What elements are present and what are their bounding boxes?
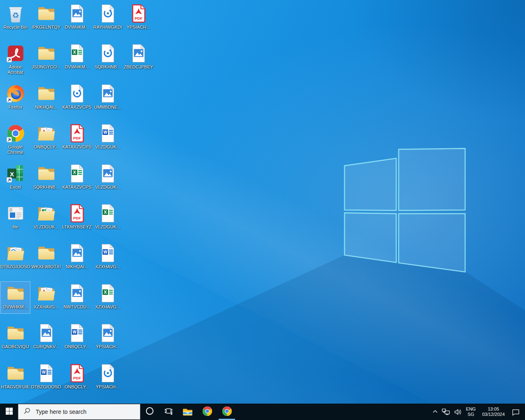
app-google-chrome[interactable]: Google Chrome xyxy=(0,121,30,155)
pdf-file-icon: PDF xyxy=(129,4,148,23)
folder-xzxhavg-full[interactable]: XZXHAVG... xyxy=(31,281,61,314)
icon-label: DTBZGIOOSO xyxy=(0,264,30,269)
excel-file-icon: X xyxy=(98,203,118,223)
excel-kataxzvcps[interactable]: X KATAXZVCPS xyxy=(62,162,92,194)
pdf-file-icon: PDF xyxy=(67,123,87,143)
window-file-icon xyxy=(6,203,25,223)
search-input[interactable] xyxy=(35,408,131,415)
image-nwtvcdu[interactable]: NWTVCDU... xyxy=(62,281,92,314)
icon-label: UMMBDNE... xyxy=(94,105,121,110)
icon-label: SQRKHNB... xyxy=(33,185,59,190)
region-code: SG xyxy=(466,412,476,417)
language-code: ENG xyxy=(466,406,476,412)
svg-text:X: X xyxy=(104,290,107,294)
icon-label: VLZDGUK... xyxy=(34,224,59,230)
svg-text:♻: ♻ xyxy=(12,11,19,20)
language-indicator[interactable]: ENG SG xyxy=(463,404,478,420)
folder-ipkgelntqy[interactable]: IPKGELNTQY xyxy=(31,2,61,34)
image-file-icon xyxy=(67,243,87,263)
icon-label: NWTVCDU... xyxy=(64,304,90,310)
app-file[interactable]: file xyxy=(0,201,30,234)
icon-label: XZXHAVG... xyxy=(95,264,120,269)
icon-label: SQRKHNB... xyxy=(95,64,121,70)
excel-dvwhkm[interactable]: X DVWHKM... xyxy=(62,41,92,74)
icon-label: Adobe Acrobat xyxy=(4,64,27,75)
chrome-button[interactable] xyxy=(198,404,217,420)
folder-htagvdfuie[interactable]: HTAGVDFUIE xyxy=(0,361,30,394)
folder-full-pdf-icon xyxy=(37,123,56,143)
folder-gaobcviqij[interactable]: GAOBCVIQIJ xyxy=(0,321,30,354)
media-sqrkhnb[interactable]: SQRKHNB... xyxy=(93,41,123,74)
folder-jsdngyco[interactable]: JSDNGYCO... xyxy=(31,41,61,74)
image-file-icon xyxy=(67,4,87,23)
media-rayhiwgkdi[interactable]: RAYHIWGKDI xyxy=(93,2,123,34)
image-curqnkv[interactable]: CURQNKV... xyxy=(31,321,61,354)
word-onbqcly[interactable]: W ONBQCLY... xyxy=(62,321,92,354)
app-excel[interactable]: X Excel xyxy=(0,162,30,194)
icon-label: KATAXZVCPS xyxy=(62,144,91,150)
action-center-icon xyxy=(511,408,520,416)
disc-file-icon xyxy=(98,43,118,63)
search-icon xyxy=(23,407,31,416)
tray-time: 13:05 xyxy=(482,406,504,412)
icon-label: WKXEWIOTXI xyxy=(32,264,61,269)
folder-dtbzgiooso-full[interactable]: DTBZGIOOSO xyxy=(0,241,30,274)
pdf-ypsiach[interactable]: PDFYPSIACH... xyxy=(123,2,153,34)
icon-label: HTAGVDFUIE xyxy=(1,384,30,390)
image-nikhqai[interactable]: NIKHQAI... xyxy=(62,241,92,274)
icon-label: Excel xyxy=(10,185,21,190)
task-view-button[interactable] xyxy=(159,404,178,420)
folder-icon xyxy=(37,243,56,263)
image-ypsiach[interactable]: YPSIACH... xyxy=(93,321,123,354)
recycle-bin[interactable]: ♻Recycle Bin xyxy=(0,2,30,34)
volume-tray-button[interactable] xyxy=(452,404,463,420)
word-xzxhavg[interactable]: W XZXHAVG... xyxy=(93,241,123,274)
network-icon xyxy=(441,407,450,416)
image-dvwhkm[interactable]: DVWHKM... xyxy=(62,2,92,34)
folder-nikhqai[interactable]: NIKHQAI... xyxy=(31,82,61,114)
clock[interactable]: 13:05 03/12/2024 xyxy=(478,404,509,420)
svg-text:PDF: PDF xyxy=(73,216,81,220)
pdf-kataxzvcps[interactable]: PDFKATAXZVCPS xyxy=(62,121,92,154)
pdf-file-icon: PDF xyxy=(67,203,87,223)
word-dtbzgiooso[interactable]: W DTBZGIOOSO xyxy=(31,361,61,394)
media-kataxzvcps[interactable]: KATAXZVCPS xyxy=(62,82,92,114)
app-adobe-acrobat[interactable]: Adobe Acrobat xyxy=(0,41,30,75)
pdf-ltkmybseyz[interactable]: PDFLTKMYBSEYZ xyxy=(62,201,92,234)
image-file-icon xyxy=(129,43,148,63)
folder-vlzdguk-full[interactable]: VLZDGUK... xyxy=(31,201,61,234)
image-file-icon xyxy=(98,164,118,183)
excel-vlzdguk[interactable]: X VLZDGUK... xyxy=(93,201,123,234)
start-button[interactable] xyxy=(0,404,18,420)
image-zbedcjpbey[interactable]: ZBEDCJPBEY xyxy=(123,41,153,74)
folder-onbqcly-full[interactable]: ONBQCLY... xyxy=(31,121,61,154)
action-center-button[interactable] xyxy=(509,404,523,420)
pdf-onbqcly[interactable]: PDFONBQCLY... xyxy=(62,361,92,394)
network-tray-button[interactable] xyxy=(440,404,452,420)
folder-dvwhkm[interactable]: DVWHKM... xyxy=(0,281,30,314)
icon-label: ONBQCLY... xyxy=(64,384,89,390)
folder-wkxewiotxi[interactable]: WKXEWIOTXI xyxy=(31,241,61,274)
svg-text:X: X xyxy=(73,170,76,175)
cortana-button[interactable] xyxy=(140,404,159,420)
disc-file-icon xyxy=(98,4,118,23)
taskbar-search[interactable] xyxy=(18,404,140,420)
excel-xzxhavg[interactable]: X XZXHAVG... xyxy=(93,281,123,314)
chevron-up-icon xyxy=(432,409,438,415)
svg-text:PDF: PDF xyxy=(73,136,81,140)
app-firefox[interactable]: Firefox xyxy=(0,82,30,114)
image-vlzdguk[interactable]: VLZDGUK... xyxy=(93,162,123,194)
media-ypsiach[interactable]: YPSIACH... xyxy=(93,361,123,394)
folder-icon xyxy=(37,84,56,103)
file-explorer-button[interactable] xyxy=(178,404,197,420)
word-file-icon: W xyxy=(67,323,87,343)
icon-label: ONBQCLY... xyxy=(64,344,89,349)
word-vlzdguk[interactable]: W VLZDGUK... xyxy=(93,121,123,154)
icon-label: Firefox xyxy=(9,105,23,110)
folder-full-pdf-icon xyxy=(37,283,56,303)
image-ummbdne[interactable]: UMMBDNE... xyxy=(93,82,123,114)
icon-label: RAYHIWGKDI xyxy=(93,25,122,30)
chrome-button-active[interactable] xyxy=(217,404,236,420)
hidden-icons-button[interactable] xyxy=(431,404,440,420)
folder-sqrkhnb[interactable]: SQRKHNB... xyxy=(31,162,61,194)
